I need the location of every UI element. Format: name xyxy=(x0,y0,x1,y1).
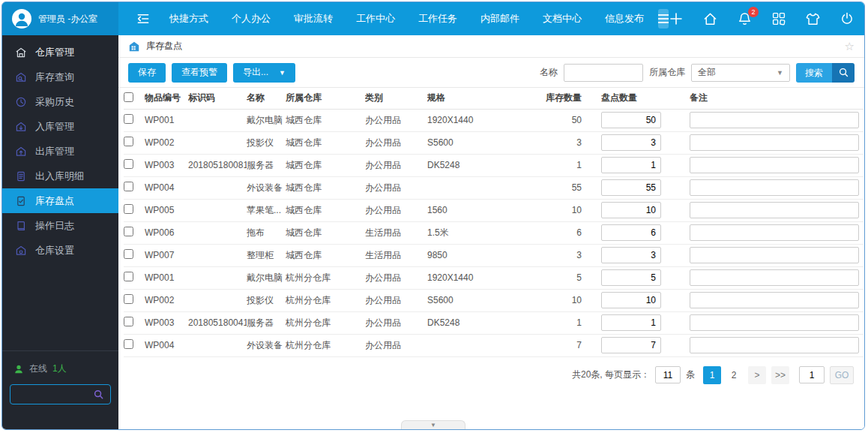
cell-name: 投影仪 xyxy=(247,289,286,311)
next-page-button[interactable]: > xyxy=(748,366,766,384)
note-input[interactable] xyxy=(690,247,859,263)
nav-item[interactable]: 审批流转 xyxy=(294,12,333,26)
nav-item[interactable]: 工作任务 xyxy=(418,12,457,26)
online-user-icon xyxy=(13,364,24,374)
cell-warehouse: 杭州分仓库 xyxy=(286,289,365,311)
cell-spec: DK5248 xyxy=(427,311,517,334)
select-all-checkbox[interactable] xyxy=(124,92,133,102)
row-checkbox[interactable] xyxy=(124,317,133,326)
count-input[interactable] xyxy=(601,224,661,241)
sidebar-item-7[interactable]: 操作日志 xyxy=(2,213,118,238)
apps-icon[interactable] xyxy=(771,11,786,26)
go-button[interactable]: GO xyxy=(830,366,854,384)
collapse-panel-handle[interactable]: ▼ xyxy=(401,420,465,429)
last-page-button[interactable]: >> xyxy=(771,366,789,384)
row-checkbox[interactable] xyxy=(124,272,133,281)
stocktake-doc-icon xyxy=(15,195,27,207)
count-input[interactable] xyxy=(601,179,661,196)
name-label: 名称 xyxy=(540,66,558,79)
note-input[interactable] xyxy=(690,292,859,308)
search-button[interactable]: 搜索 xyxy=(796,63,855,83)
export-button[interactable]: 导出... ▼ xyxy=(233,63,295,83)
row-checkbox[interactable] xyxy=(124,249,133,259)
home-icon[interactable] xyxy=(702,11,718,27)
sidebar-item-3[interactable]: 入库管理 xyxy=(2,114,118,139)
user-area[interactable]: 管理员 -办公室 xyxy=(2,2,118,35)
count-input[interactable] xyxy=(601,269,661,286)
count-input[interactable] xyxy=(601,157,661,173)
cell-code: WP004 xyxy=(145,334,188,356)
row-checkbox[interactable] xyxy=(124,137,133,146)
sidebar-item-6[interactable]: 库存盘点 xyxy=(2,188,118,213)
nav-item[interactable]: 个人办公 xyxy=(232,12,271,26)
topbar-icons: 2 xyxy=(669,11,865,27)
warehouse-settings-icon xyxy=(15,245,27,257)
save-button[interactable]: 保存 xyxy=(128,63,166,83)
note-input[interactable] xyxy=(690,202,859,218)
warehouse-select[interactable]: 全部 ▼ xyxy=(691,64,790,82)
sidebar-item-5[interactable]: 出入库明细 xyxy=(2,164,118,188)
cell-warehouse: 城西仓库 xyxy=(286,221,365,244)
note-input[interactable] xyxy=(690,112,859,128)
sidebar-item-4[interactable]: 出库管理 xyxy=(2,139,118,164)
note-input[interactable] xyxy=(690,224,859,241)
row-checkbox[interactable] xyxy=(124,227,133,236)
row-checkbox[interactable] xyxy=(124,159,133,169)
sidebar-item-8[interactable]: 仓库设置 xyxy=(2,238,118,263)
row-checkbox[interactable] xyxy=(124,204,133,214)
cell-spec: S5600 xyxy=(427,289,517,311)
row-checkbox[interactable] xyxy=(124,294,133,304)
note-input[interactable] xyxy=(690,179,859,196)
export-label: 导出... xyxy=(243,66,268,79)
topbar: 管理员 -办公室 快捷方式个人办公审批流转工作中心工作任务内部邮件文档中心信息发… xyxy=(2,2,864,35)
sidebar-item-2[interactable]: 采购历史 xyxy=(2,89,118,114)
view-alert-button[interactable]: 查看预警 xyxy=(172,63,227,83)
sidebar-item-0[interactable]: 仓库管理 xyxy=(2,40,118,65)
nav-item[interactable]: 信息发布 xyxy=(605,12,644,26)
row-checkbox[interactable] xyxy=(124,182,133,191)
sidebar-search-input[interactable] xyxy=(16,389,93,400)
count-input[interactable] xyxy=(601,292,661,308)
cell-tag: 201805180081 xyxy=(188,154,247,176)
count-input[interactable] xyxy=(601,247,661,263)
shirt-icon[interactable] xyxy=(805,11,821,27)
cell-stock: 50 xyxy=(517,109,601,131)
plus-icon[interactable] xyxy=(669,11,684,26)
note-input[interactable] xyxy=(690,337,859,353)
page-button-2[interactable]: 2 xyxy=(725,366,743,384)
note-input[interactable] xyxy=(690,134,859,151)
cell-stock: 10 xyxy=(517,289,601,311)
note-input[interactable] xyxy=(690,157,859,173)
menu-fold-icon[interactable] xyxy=(135,11,151,27)
search-icon[interactable] xyxy=(93,389,104,400)
chevron-down-icon: ▼ xyxy=(430,422,436,428)
nav-item[interactable]: 内部邮件 xyxy=(480,12,519,26)
bell-icon[interactable]: 2 xyxy=(737,11,753,27)
nav-more-icon[interactable] xyxy=(658,9,669,29)
power-icon[interactable] xyxy=(840,11,855,26)
nav-item[interactable]: 工作中心 xyxy=(356,12,395,26)
page-size-input[interactable] xyxy=(655,366,681,383)
search-icon xyxy=(832,63,855,83)
count-input[interactable] xyxy=(601,134,661,151)
header-tag: 标识码 xyxy=(188,88,247,109)
row-checkbox[interactable] xyxy=(124,114,133,124)
goto-page-input[interactable] xyxy=(799,366,825,383)
count-input[interactable] xyxy=(601,112,661,128)
note-input[interactable] xyxy=(690,314,859,331)
page-button-1[interactable]: 1 xyxy=(703,366,721,384)
favorite-star-icon[interactable]: ☆ xyxy=(845,40,855,53)
cell-category: 办公用品 xyxy=(365,334,427,356)
name-filter-input[interactable] xyxy=(564,64,643,82)
row-checkbox[interactable] xyxy=(124,339,133,349)
sidebar-item-1[interactable]: 库存查询 xyxy=(2,65,118,89)
count-input[interactable] xyxy=(601,314,661,331)
cell-code: WP007 xyxy=(145,244,188,266)
count-input[interactable] xyxy=(601,337,661,353)
log-icon xyxy=(15,220,27,232)
nav-item[interactable]: 文档中心 xyxy=(543,12,582,26)
count-input[interactable] xyxy=(601,202,661,218)
header-stock: 库存数量 xyxy=(517,88,601,109)
note-input[interactable] xyxy=(690,269,859,286)
nav-item[interactable]: 快捷方式 xyxy=(169,12,208,26)
